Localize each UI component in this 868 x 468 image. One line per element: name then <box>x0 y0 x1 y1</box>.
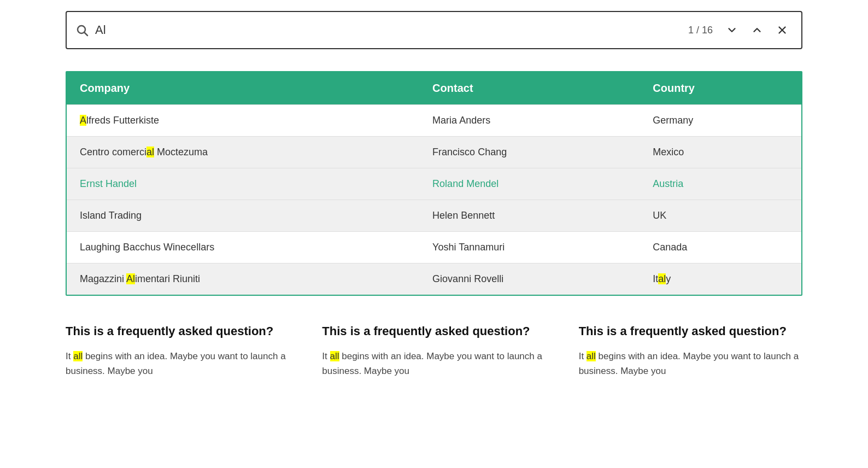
svg-line-1 <box>85 33 88 36</box>
cell-contact: Roland Mendel <box>419 168 640 200</box>
search-prev-button[interactable] <box>747 22 767 38</box>
table-row: Laughing Bacchus Winecellars Yoshi Tanna… <box>67 232 801 264</box>
cell-country: Italy <box>640 264 801 295</box>
cell-country: Mexico <box>640 137 801 168</box>
cell-contact: Yoshi Tannamuri <box>419 232 640 264</box>
faq-item-1: This is a frequently asked question? It … <box>66 323 289 378</box>
faq-item-3: This is a frequently asked question? It … <box>579 323 802 378</box>
faq-text-3: It all begins with an idea. Maybe you wa… <box>579 349 802 378</box>
table-row: Centro comercial Moctezuma Francisco Cha… <box>67 137 801 168</box>
cell-country: Germany <box>640 105 801 137</box>
data-table: Company Contact Country Alfreds Futterki… <box>66 71 802 296</box>
cell-company: Centro comercial Moctezuma <box>67 137 419 168</box>
faq-title-3: This is a frequently asked question? <box>579 323 802 340</box>
column-header-contact: Contact <box>419 72 640 105</box>
faq-section: This is a frequently asked question? It … <box>66 323 802 378</box>
cell-country: Canada <box>640 232 801 264</box>
search-icon <box>75 24 89 37</box>
cell-company: Ernst Handel <box>67 168 419 200</box>
cell-company: Island Trading <box>67 200 419 232</box>
table-header-row: Company Contact Country <box>67 72 801 105</box>
search-counter: 1 / 16 <box>688 25 713 36</box>
cell-company: Alfreds Futterkiste <box>67 105 419 137</box>
cell-country: UK <box>640 200 801 232</box>
table-row: Magazzini Alimentari Riuniti Giovanni Ro… <box>67 264 801 295</box>
highlight-span: al <box>658 273 666 284</box>
highlight-span: A <box>80 115 86 126</box>
column-header-company: Company <box>67 72 419 105</box>
search-close-button[interactable] <box>772 22 793 38</box>
highlight-span: al <box>146 147 154 157</box>
cell-company: Laughing Bacchus Winecellars <box>67 232 419 264</box>
cell-contact: Giovanni Rovelli <box>419 264 640 295</box>
search-navigation <box>722 22 793 38</box>
highlight-span: all <box>587 351 596 361</box>
search-input[interactable] <box>95 23 688 37</box>
faq-title-1: This is a frequently asked question? <box>66 323 289 340</box>
highlight-span: all <box>73 351 83 361</box>
highlight-span: all <box>330 351 339 361</box>
column-header-country: Country <box>640 72 801 105</box>
search-bar: 1 / 16 <box>66 11 802 49</box>
faq-item-2: This is a frequently asked question? It … <box>322 323 546 378</box>
cell-country: Austria <box>640 168 801 200</box>
table-row: Ernst Handel Roland Mendel Austria <box>67 168 801 200</box>
cell-contact: Maria Anders <box>419 105 640 137</box>
cell-company: Magazzini Alimentari Riuniti <box>67 264 419 295</box>
faq-text-1: It all begins with an idea. Maybe you wa… <box>66 349 289 378</box>
table-row: Island Trading Helen Bennett UK <box>67 200 801 232</box>
cell-contact: Helen Bennett <box>419 200 640 232</box>
highlight-span: Al <box>126 273 135 284</box>
cell-contact: Francisco Chang <box>419 137 640 168</box>
faq-text-2: It all begins with an idea. Maybe you wa… <box>322 349 546 378</box>
table-row: Alfreds Futterkiste Maria Anders Germany <box>67 105 801 137</box>
faq-title-2: This is a frequently asked question? <box>322 323 546 340</box>
search-next-button[interactable] <box>722 22 742 38</box>
